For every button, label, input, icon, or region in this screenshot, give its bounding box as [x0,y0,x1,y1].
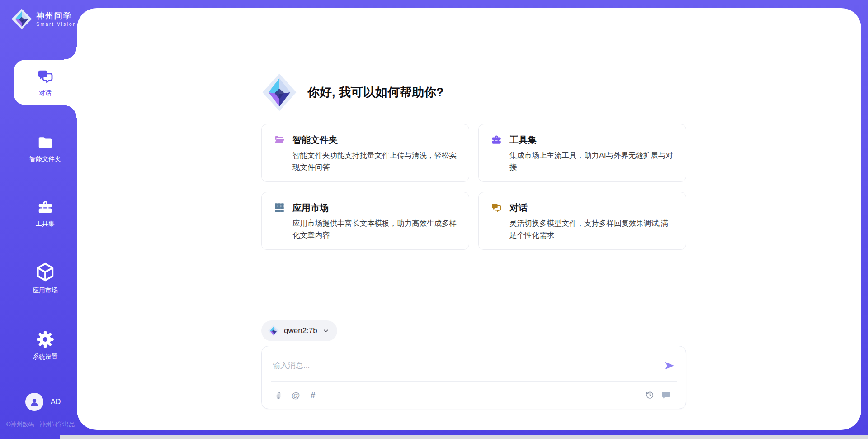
user-icon [29,396,40,407]
model-name: qwen2:7b [284,326,317,335]
mention-button[interactable]: @ [290,390,301,401]
card-title: 工具集 [509,134,675,146]
card-description: 智能文件夹功能支持批量文件上传与清洗，轻松实现文件问答 [292,150,458,173]
send-icon [664,360,675,371]
chat-icon [36,67,54,86]
card-description: 应用市场提供丰富长文本模板，助力高效生成多样化文章内容 [292,218,458,241]
card-description: 集成市场上主流工具，助力AI与外界无缝扩展与对接 [509,150,675,173]
sidebar-item-label: 对话 [39,89,52,97]
card-title: 智能文件夹 [292,134,458,146]
card-toolset[interactable]: 工具集 集成市场上主流工具，助力AI与外界无缝扩展与对接 [478,124,686,182]
brand-gem-icon [11,8,33,30]
history-button[interactable] [644,390,655,401]
brand-subtitle: Smart Vision [36,21,76,27]
sidebar-item-chat-active[interactable]: 对话 [14,60,77,105]
send-button[interactable] [664,360,675,371]
sidebar-item-label: 工具集 [36,220,55,228]
user-account[interactable]: AD [25,393,61,411]
message-input[interactable] [272,361,664,371]
sidebar-item-label: 系统设置 [33,353,58,361]
folder-open-icon [274,134,285,146]
greeting-gem-icon [261,72,297,112]
main-panel: 你好, 我可以如何帮助你? 智能文件夹 智能文件夹功能支持批量文件上传与清洗，轻… [77,8,861,430]
greeting-text: 你好, 我可以如何帮助你? [307,84,444,100]
folder-icon [36,134,54,151]
sidebar-item-label: 智能文件夹 [29,155,61,163]
brand-name: 神州问学 [36,11,76,21]
toolbox-icon [36,199,54,216]
toolbox-icon [491,134,502,146]
card-description: 灵活切换多模型文件，支持多样回复效果调试,满足个性化需求 [509,218,675,241]
card-title: 应用市场 [292,202,458,214]
history-icon [645,390,655,400]
brand: 神州问学 Smart Vision [11,8,76,30]
model-selector[interactable]: qwen2:7b [261,320,337,341]
conversation-button[interactable] [660,390,671,401]
sidebar: 神州问学 Smart Vision 对话 智能文件夹 工具集 应用市场 系统设置 [0,0,77,439]
avatar [25,393,43,411]
feature-cards: 智能文件夹 智能文件夹功能支持批量文件上传与清洗，轻松实现文件问答 工具集 集成… [261,124,686,250]
copyright-text: ©神州数码 · 神州问学出品 [6,420,75,429]
gear-icon [36,330,55,349]
chat-icon [491,202,502,214]
chat-bubble-icon [661,390,671,400]
card-chat[interactable]: 对话 灵活切换多模型文件，支持多样回复效果调试,满足个性化需求 [478,192,686,250]
card-app-market[interactable]: 应用市场 应用市场提供丰富长文本模板，助力高效生成多样化文章内容 [261,192,469,250]
grid-icon [274,202,285,214]
at-icon: @ [292,391,300,400]
user-name: AD [51,398,61,406]
card-title: 对话 [509,202,675,214]
sidebar-item-settings[interactable]: 系统设置 [14,330,77,361]
sidebar-item-toolset[interactable]: 工具集 [14,199,77,228]
attach-button[interactable] [273,390,284,401]
hash-icon: # [311,391,316,400]
hashtag-button[interactable]: # [307,390,318,401]
paperclip-icon [274,390,283,400]
sidebar-item-app-market[interactable]: 应用市场 [14,262,77,295]
cube-icon [35,262,56,282]
card-smart-folder[interactable]: 智能文件夹 智能文件夹功能支持批量文件上传与清洗，轻松实现文件问答 [261,124,469,182]
message-composer: @ # [261,346,686,409]
sidebar-item-smart-folder[interactable]: 智能文件夹 [14,134,77,163]
main-content: 你好, 我可以如何帮助你? 智能文件夹 智能文件夹功能支持批量文件上传与清洗，轻… [261,8,686,409]
horizontal-scrollbar[interactable] [60,435,868,439]
greeting: 你好, 我可以如何帮助你? [261,72,686,112]
chevron-down-icon [322,327,330,335]
app-window: 神州问学 Smart Vision 对话 智能文件夹 工具集 应用市场 系统设置 [0,0,868,439]
sidebar-item-label: 应用市场 [33,286,58,295]
model-gem-icon [268,324,279,337]
